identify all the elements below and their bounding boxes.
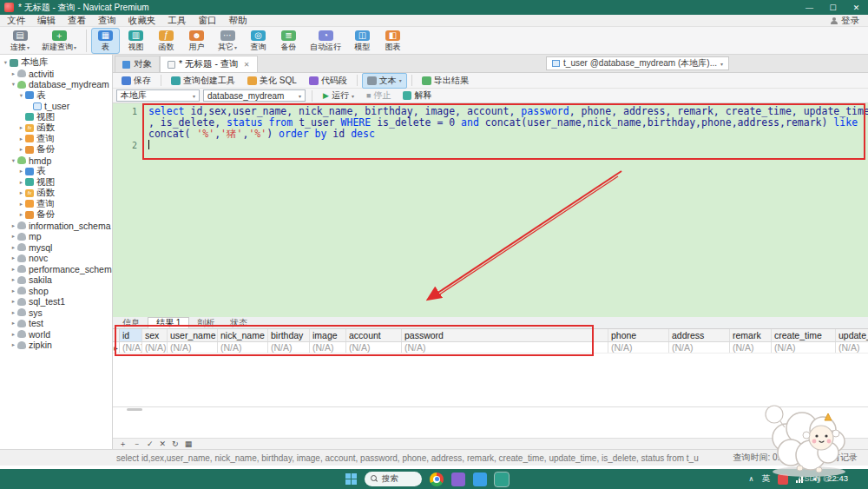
chevron-collapsed-icon[interactable]: ▸	[10, 254, 17, 261]
toolbar-button-query[interactable]: ◎查询	[244, 28, 273, 54]
beautify-sql-button[interactable]: 美化 SQL	[242, 73, 302, 89]
menu-item-6[interactable]: 窗口	[199, 15, 217, 27]
database-select[interactable]: database_mydream ▾	[203, 89, 306, 102]
tree-item-db-hmdp[interactable]: ▾hmdp	[0, 155, 112, 167]
cell-address[interactable]: (N/A)	[669, 342, 730, 353]
result-tab-result-1[interactable]: 结果 1	[148, 317, 189, 328]
tree-item-local-connection[interactable]: ▾本地库	[0, 57, 112, 69]
tree-item-db-shop[interactable]: ▸shop	[0, 286, 112, 297]
column-header-password[interactable]: password	[402, 329, 608, 341]
navicat-taskbar-icon[interactable]	[495, 472, 509, 486]
chevron-collapsed-icon[interactable]: ▸	[10, 70, 17, 77]
explain-button[interactable]: 解释	[398, 89, 436, 102]
login-button[interactable]: 登录	[831, 15, 859, 27]
cell-account[interactable]: (N/A)	[346, 342, 402, 353]
tree-item-db-sys[interactable]: ▸sys	[0, 307, 112, 319]
grid-view-button[interactable]: ▦	[185, 439, 193, 448]
network-icon[interactable]	[796, 476, 803, 483]
tree-item-mydream-queries[interactable]: ▸查询	[0, 134, 112, 145]
toolbar-button-automation[interactable]: ◔自动运行	[305, 28, 346, 54]
toolbar-button-model[interactable]: ◫模型	[348, 28, 377, 54]
tree-item-table-t-user[interactable]: t_user	[0, 101, 112, 112]
cell-id[interactable]: (N/A)	[120, 342, 142, 353]
language-indicator[interactable]: 英	[761, 473, 770, 485]
stop-button[interactable]: ■ 停止	[362, 89, 395, 102]
volume-icon[interactable]: ◄))	[811, 475, 819, 483]
sql-code-area[interactable]: select id,sex,user_name, nick_name, birt…	[142, 103, 868, 317]
cell-remark[interactable]: (N/A)	[730, 342, 772, 353]
chevron-expanded-icon[interactable]: ▾	[2, 59, 10, 66]
column-header-nick_name[interactable]: nick_name	[218, 329, 268, 341]
tree-item-db-sakila[interactable]: ▸sakila	[0, 274, 112, 286]
chevron-collapsed-icon[interactable]: ▸	[17, 146, 25, 153]
chevron-expanded-icon[interactable]: ▾	[17, 92, 25, 99]
cell-create_time[interactable]: (N/A)	[772, 342, 836, 353]
toolbar-button-table[interactable]: ▦表	[91, 28, 120, 54]
apply-changes-button[interactable]: ✓	[147, 439, 154, 448]
start-button[interactable]	[345, 473, 357, 485]
tab-query-editor[interactable]: * 无标题 - 查询✕	[160, 56, 258, 72]
column-header-user_name[interactable]: user_name	[168, 329, 218, 341]
chevron-collapsed-icon[interactable]: ▸	[10, 266, 17, 273]
chevron-collapsed-icon[interactable]: ▸	[10, 309, 17, 316]
column-header-phone[interactable]: phone	[608, 329, 669, 341]
app-taskbar-icon-blue[interactable]	[473, 472, 487, 486]
run-button[interactable]: ▶ 运行 ▾	[319, 89, 358, 102]
delete-record-button[interactable]: －	[133, 439, 141, 450]
menu-item-3[interactable]: 查询	[98, 15, 116, 27]
toolbar-button-view[interactable]: ▥视图	[122, 28, 150, 54]
tree-item-db-sql-test1[interactable]: ▸sql_test1	[0, 296, 112, 307]
menu-item-2[interactable]: 查看	[68, 15, 86, 27]
chevron-collapsed-icon[interactable]: ▸	[17, 179, 25, 186]
menu-item-7[interactable]: 帮助	[229, 15, 247, 27]
result-tab-info[interactable]: 信息	[115, 317, 148, 328]
toolbar-button-others[interactable]: ⋯其它▾	[213, 28, 242, 54]
column-header-account[interactable]: account	[346, 329, 402, 341]
tree-item-db-mp[interactable]: ▸mp	[0, 231, 112, 242]
tree-item-hmdp-backups[interactable]: ▸备份	[0, 209, 112, 221]
chrome-taskbar-icon[interactable]	[430, 472, 444, 486]
tree-item-mydream-views[interactable]: 视图	[0, 112, 112, 123]
column-header-id[interactable]: id	[120, 329, 142, 341]
menu-item-0[interactable]: 文件	[7, 15, 25, 27]
chevron-collapsed-icon[interactable]: ▸	[10, 320, 17, 327]
chevron-collapsed-icon[interactable]: ▸	[17, 135, 25, 142]
column-header-address[interactable]: address	[669, 329, 730, 341]
tree-item-mydream-backups[interactable]: ▸备份	[0, 144, 112, 155]
cell-password[interactable]: (N/A)	[402, 342, 608, 353]
tree-item-db-database-mydream[interactable]: ▾database_mydream	[0, 79, 112, 90]
chevron-collapsed-icon[interactable]: ▸	[10, 287, 17, 294]
tray-app-icon[interactable]	[778, 474, 788, 485]
taskbar-clock[interactable]: 22:43	[827, 474, 848, 483]
column-header-sex[interactable]: sex	[142, 329, 168, 341]
grid-data-row[interactable]: ▶(N/A)(N/A)(N/A)(N/A)(N/A)(N/A)(N/A)(N/A…	[113, 342, 868, 354]
chevron-collapsed-icon[interactable]: ▸	[17, 189, 25, 196]
tree-item-db-novc[interactable]: ▸novc	[0, 253, 112, 264]
result-tab-profile[interactable]: 剖析	[189, 317, 222, 328]
toolbar-button-backup[interactable]: ≣备份	[274, 28, 303, 54]
cell-phone[interactable]: (N/A)	[608, 342, 669, 353]
tab-close-icon[interactable]: ✕	[244, 61, 250, 69]
toolbar-button-user[interactable]: ☻用户	[182, 28, 211, 54]
chevron-collapsed-icon[interactable]: ▸	[10, 331, 17, 338]
taskbar-search[interactable]: 搜索	[365, 472, 422, 486]
cell-sex[interactable]: (N/A)	[142, 342, 168, 353]
tab-objects[interactable]: 对象	[115, 56, 160, 72]
column-header-update_time[interactable]: update_time	[836, 329, 868, 341]
tree-item-db-activiti[interactable]: ▸activiti	[0, 69, 112, 80]
chevron-collapsed-icon[interactable]: ▸	[10, 233, 17, 240]
discard-changes-button[interactable]: ✕	[160, 439, 167, 448]
connection-context-selector[interactable]: t_user @database_mydream (本地库)... ▾	[546, 56, 729, 70]
tree-item-hmdp-tables[interactable]: ▸表	[0, 166, 112, 177]
tree-item-db-world[interactable]: ▸world	[0, 329, 112, 340]
menu-item-1[interactable]: 编辑	[37, 15, 56, 27]
chevron-collapsed-icon[interactable]: ▸	[17, 211, 25, 218]
splitter-handle[interactable]	[127, 408, 142, 411]
toolbar-button-connection[interactable]: ▤连接▾	[5, 28, 35, 54]
tree-item-db-zipkin[interactable]: ▸zipkin	[0, 340, 112, 351]
code-snippet-button[interactable]: 代码段	[304, 73, 352, 89]
chevron-collapsed-icon[interactable]: ▸	[10, 222, 17, 229]
tree-item-db-mysql[interactable]: ▸mysql	[0, 242, 112, 254]
toolbar-button-new-query[interactable]: ＋新建查询▾	[36, 28, 82, 54]
cell-user_name[interactable]: (N/A)	[168, 342, 218, 353]
